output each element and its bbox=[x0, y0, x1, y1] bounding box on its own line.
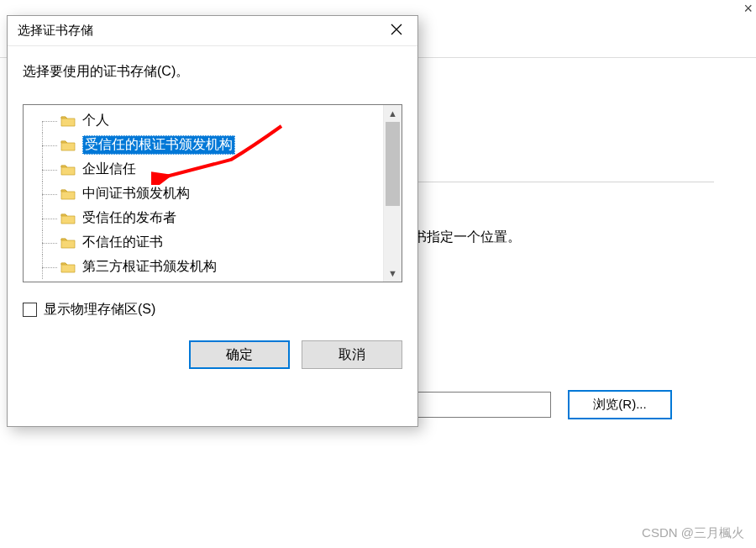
select-cert-store-dialog: 选择证书存储 选择要使用的证书存储(C)。 个人受信任的根证书颁发机构企业信任中… bbox=[7, 15, 418, 427]
folder-icon bbox=[60, 139, 76, 151]
ok-button[interactable]: 确定 bbox=[189, 340, 290, 369]
show-physical-stores-row: 显示物理存储区(S) bbox=[23, 301, 402, 319]
dialog-titlebar: 选择证书存储 bbox=[8, 16, 417, 46]
scroll-thumb[interactable] bbox=[386, 122, 400, 206]
show-physical-stores-label: 显示物理存储区(S) bbox=[44, 301, 155, 319]
close-button[interactable] bbox=[375, 16, 417, 46]
tree-item-label: 中间证书颁发机构 bbox=[82, 185, 190, 203]
folder-icon bbox=[60, 261, 76, 273]
tree-item-label: 受信任的发布者 bbox=[82, 209, 176, 227]
tree-item[interactable]: 受信任的发布者 bbox=[30, 206, 383, 230]
tree-item-label: 企业信任 bbox=[82, 161, 136, 178]
dialog-button-row: 确定 取消 bbox=[23, 340, 402, 369]
show-physical-stores-checkbox[interactable] bbox=[23, 303, 37, 317]
tree-item-label: 不信任的证书 bbox=[82, 234, 163, 251]
tree-item-label: 第三方根证书颁发机构 bbox=[82, 258, 217, 276]
tree-item[interactable]: 受信任的根证书颁发机构 bbox=[30, 133, 383, 157]
tree-item[interactable]: 企业信任 bbox=[30, 157, 383, 182]
dialog-prompt: 选择要使用的证书存储(C)。 bbox=[23, 63, 402, 81]
tree-item-label: 个人 bbox=[82, 112, 109, 129]
tree-item[interactable]: 不信任的证书 bbox=[30, 230, 383, 255]
browse-button[interactable]: 浏览(R)... bbox=[568, 390, 672, 419]
watermark: CSDN @三月楓火 bbox=[642, 525, 744, 541]
scroll-up-icon[interactable]: ▲ bbox=[384, 105, 402, 122]
folder-icon bbox=[60, 114, 76, 127]
tree-item[interactable]: 中间证书颁发机构 bbox=[30, 182, 383, 206]
scrollbar[interactable]: ▲ ▼ bbox=[383, 105, 402, 282]
cert-store-tree[interactable]: 个人受信任的根证书颁发机构企业信任中间证书颁发机构受信任的发布者不信任的证书第三… bbox=[23, 104, 402, 282]
window-close-x: × bbox=[743, 0, 753, 18]
cancel-button[interactable]: 取消 bbox=[302, 340, 402, 369]
tree-item[interactable]: 第三方根证书颁发机构 bbox=[30, 255, 383, 279]
close-icon bbox=[391, 24, 402, 38]
scroll-down-icon[interactable]: ▼ bbox=[384, 265, 402, 282]
dialog-title: 选择证书存储 bbox=[18, 23, 375, 39]
folder-icon bbox=[60, 236, 76, 249]
folder-icon bbox=[60, 187, 76, 200]
folder-icon bbox=[60, 212, 76, 224]
wizard-hint-text: 书指定一个位置。 bbox=[413, 229, 521, 246]
folder-icon bbox=[60, 163, 76, 176]
tree-item[interactable]: 个人 bbox=[30, 108, 383, 133]
tree-item-label: 受信任的根证书颁发机构 bbox=[82, 135, 235, 155]
